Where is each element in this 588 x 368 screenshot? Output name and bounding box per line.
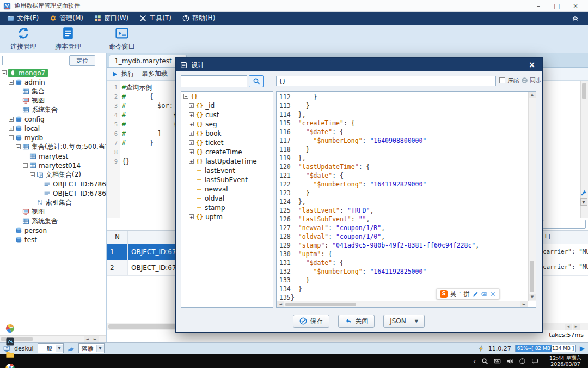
save-button[interactable]: 保存	[293, 315, 329, 328]
compress-checkbox[interactable]	[499, 77, 505, 83]
tree-node[interactable]: −集合(总计:0,每页:500,当前页:1)	[0, 142, 106, 152]
ime-pinyin-indicator[interactable]: 拼	[464, 290, 470, 298]
tree-node[interactable]: 视图	[0, 96, 106, 105]
menu-item-folder[interactable]: 文件(F)	[2, 13, 44, 24]
scroll-down-button[interactable]	[529, 294, 536, 300]
field-node[interactable]: lastEvent	[181, 166, 273, 175]
tree-node[interactable]: −文档集合(2)	[0, 170, 106, 179]
result-filter-input[interactable]	[543, 220, 586, 229]
scroll-right-button[interactable]	[520, 301, 528, 307]
tree-node[interactable]: marytest	[0, 152, 106, 161]
field-node[interactable]: +{}book	[181, 129, 273, 138]
tree-node[interactable]: 视图	[0, 207, 106, 216]
scroll-up-button[interactable]	[529, 92, 536, 98]
field-search-input[interactable]	[181, 75, 247, 87]
tree-node[interactable]: 集合	[0, 87, 106, 96]
tree-node[interactable]: −marytest014	[0, 161, 106, 170]
taskbar-icon-foldery[interactable]	[3, 348, 17, 361]
tree-node[interactable]: 索引集合	[0, 198, 106, 207]
run-status-icon[interactable]: ▶	[580, 345, 585, 352]
menu-item-help[interactable]: 帮助(H)	[177, 13, 220, 24]
toolbar-button-2[interactable]: 脚本管理	[50, 26, 86, 51]
taskbar-icon-chrome[interactable]	[3, 361, 17, 368]
minimize-button[interactable]: –	[535, 2, 542, 10]
expand-icon[interactable]: +	[189, 131, 194, 136]
menu-item-window[interactable]: 窗口(W)	[89, 13, 133, 24]
field-node[interactable]: stamp	[181, 203, 273, 212]
field-node[interactable]: +{}seg	[181, 119, 273, 129]
json-editor-content[interactable]: 112 }113 }114 },115 "createTime": {116 "…	[277, 93, 528, 301]
chevron-down-icon[interactable]	[411, 319, 418, 324]
expand-icon[interactable]: +	[189, 112, 194, 117]
menu-item-gear[interactable]: 管理(M)	[45, 13, 88, 24]
scroll-left-button[interactable]	[277, 301, 284, 307]
field-node[interactable]: +{}uptm	[181, 212, 273, 221]
field-node[interactable]: +{}lastUpdateTime	[181, 156, 273, 166]
tree-collapse-icon[interactable]: −	[2, 70, 7, 75]
tree-node[interactable]: −mydb	[0, 133, 106, 142]
toolbar-button-1[interactable]: 连接管理	[5, 26, 41, 51]
column-header-n[interactable]: N	[107, 231, 128, 244]
taskbar-clock[interactable]: 12:44 星期六 2026/03/07	[544, 355, 586, 367]
expand-icon[interactable]: +	[189, 103, 194, 108]
tree-collapse-icon[interactable]: −	[30, 172, 35, 177]
scrollbar-thumb[interactable]	[530, 261, 534, 292]
tree-expand-icon[interactable]: +	[9, 126, 14, 131]
toolbar-button-3[interactable]: 命令窗口	[104, 26, 140, 51]
collapse-icon[interactable]: −	[183, 94, 188, 99]
chevron-down-icon[interactable]	[56, 345, 63, 352]
tray-input-method-icon[interactable]	[494, 358, 501, 365]
more-dropdown-button[interactable]	[580, 198, 587, 206]
scroll-right-button[interactable]	[91, 336, 99, 342]
tree-node[interactable]: −mongo7	[0, 68, 106, 77]
expand-icon[interactable]: +	[189, 214, 194, 219]
pen-icon[interactable]	[473, 291, 479, 297]
expand-icon[interactable]: +	[189, 122, 194, 126]
tree-expand-icon[interactable]: +	[9, 117, 14, 122]
tray-notification-icon[interactable]	[531, 358, 538, 365]
tree-node[interactable]: test	[0, 235, 106, 244]
tray-network-icon[interactable]	[519, 358, 526, 365]
field-node[interactable]: +{}cust	[181, 110, 273, 119]
tray-expand-icon[interactable]	[473, 357, 476, 365]
dialog-close-button[interactable]: ×	[526, 60, 537, 70]
tree-node[interactable]: person	[0, 226, 106, 235]
tree-node[interactable]: 系统集合	[0, 216, 106, 226]
tree-node[interactable]: +local	[0, 124, 106, 133]
mode-combobox[interactable]: 一般	[38, 343, 64, 353]
json-editor-panel[interactable]: 112 }113 }114 },115 "createTime": {116 "…	[276, 91, 536, 308]
format-dropdown[interactable]: JSON	[383, 315, 425, 328]
theme-combobox[interactable]: 落雁	[78, 343, 105, 353]
dialog-title-bar[interactable]: 设计 ×	[176, 58, 542, 71]
close-button[interactable]: ×	[572, 2, 579, 10]
scroll-right-button[interactable]	[573, 324, 580, 330]
field-node[interactable]: −{}	[181, 92, 273, 101]
collapse-ribbon-icon[interactable]	[571, 14, 579, 22]
field-node[interactable]: newval	[181, 184, 273, 194]
expand-icon[interactable]: +	[189, 140, 194, 145]
taskbar-icon-start[interactable]	[3, 322, 17, 335]
taskbar-icon-darkapp[interactable]	[3, 335, 17, 348]
tree-node[interactable]: OBJECT_ID:678622c2	[0, 179, 106, 189]
ime-english-indicator[interactable]: 英	[450, 290, 456, 298]
scroll-left-button[interactable]	[84, 336, 91, 342]
tree-node[interactable]: −admin	[0, 77, 106, 87]
sync-button[interactable]: 同步	[521, 76, 542, 85]
field-node[interactable]: +{}ticket	[181, 138, 273, 147]
tree-collapse-icon[interactable]: −	[9, 80, 14, 85]
tree-collapse-icon[interactable]: −	[23, 163, 28, 168]
execute-button[interactable]: 执行	[121, 69, 134, 79]
json-vertical-scrollbar[interactable]	[528, 92, 536, 301]
field-node[interactable]: +{}_id	[181, 101, 273, 110]
field-node[interactable]: oldval	[181, 194, 273, 203]
scroll-left-button[interactable]	[565, 324, 572, 330]
field-search-button[interactable]	[249, 75, 264, 87]
ime-toolbar[interactable]: S 英 ’ 拼	[436, 288, 500, 299]
expand-icon[interactable]: +	[189, 159, 194, 164]
scrollbar-thumb[interactable]	[582, 83, 586, 99]
close-dialog-button[interactable]: 关闭	[338, 315, 375, 328]
field-node[interactable]: +{}createTime	[181, 147, 273, 156]
expand-icon[interactable]: +	[189, 149, 194, 154]
json-horizontal-scrollbar[interactable]	[277, 301, 528, 307]
tree-node[interactable]: OBJECT_ID:67862310	[0, 189, 106, 198]
